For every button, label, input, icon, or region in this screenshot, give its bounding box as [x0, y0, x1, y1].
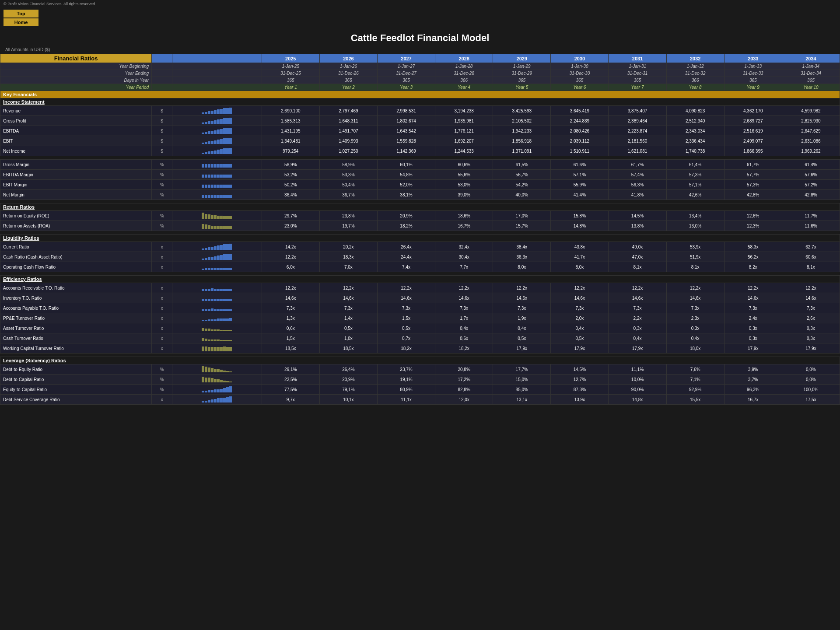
table-row: Cash Ratio (Cash Asset Ratio)x12,2x18,3x…: [0, 252, 840, 262]
table-row: Gross Margin%58,9%58,9%60,1%60,6%61,5%61…: [0, 160, 840, 170]
year-2025-header: 2025: [262, 54, 319, 63]
table-row: EBIT Margin%50,2%50,4%52,0%53,0%54,2%55,…: [0, 180, 840, 190]
sub-header-label: Days in Year: [0, 77, 152, 84]
spacer-row: [0, 200, 840, 203]
table-row: Return on Assets (ROA)%23,0%19,7%18,2%16…: [0, 221, 840, 231]
subsection-row: Return Ratios: [0, 203, 840, 211]
unit-col-header: [152, 54, 172, 63]
year-2030-header: 2030: [551, 54, 609, 63]
table-row: EBIT$1,349.4811,409.9931,559.8281,692.20…: [0, 136, 840, 146]
section-title-header: Financial Ratios: [0, 54, 152, 63]
year-2031-header: 2031: [609, 54, 666, 63]
spacer-row: [0, 354, 840, 357]
table-row: Return on Equity (ROE)%29,7%23,8%20,9%18…: [0, 211, 840, 221]
table-row: Net Income$979.2541,027.2501,142.3691,24…: [0, 146, 840, 156]
table-row: Operating Cash Flow Ratiox6,0x7,0x7,4x7,…: [0, 262, 840, 272]
copyright-bar: © Profit Vision Financial Services. All …: [0, 0, 840, 8]
table-row: Revenue$2,690.1002,797.4692,998.5313,194…: [0, 106, 840, 116]
year-2028-header: 2028: [435, 54, 493, 63]
year-2033-header: 2033: [724, 54, 782, 63]
subsection-row: Efficiency Ratios: [0, 276, 840, 283]
top-button[interactable]: Top: [4, 10, 38, 18]
year-period-row: Year Period Year 1Year 2Year 3Year 4Year…: [0, 84, 840, 91]
nav-bar: Top Home: [0, 8, 840, 28]
table-row: Accounts Payable T.O. Ratiox7,3x7,3x7,3x…: [0, 303, 840, 313]
subsection-row: Income Statement: [0, 98, 840, 106]
spacer-row: [0, 156, 840, 160]
sub-header-label: Year Ending: [0, 70, 152, 77]
year-2027-header: 2027: [377, 54, 435, 63]
year-period-label: Year Period: [0, 84, 152, 91]
table-row: Inventory T.O. Ratiox14,6x14,6x14,6x14,6…: [0, 293, 840, 303]
subsection-row: Liquidity Ratios: [0, 234, 840, 242]
home-button[interactable]: Home: [4, 18, 38, 26]
section-header: Key Financials: [0, 91, 840, 98]
table-row: Cash Turnover Ratiox1,5x1,0x0,7x0,6x0,5x…: [0, 333, 840, 343]
year-2029-header: 2029: [493, 54, 551, 63]
table-row: Debt-to-Capital Ratio%22,5%20,9%19,1%17,…: [0, 374, 840, 385]
spacer-row: [0, 231, 840, 234]
table-row: Debt Service Coverage Ratiox9,7x10,1x11,…: [0, 395, 840, 405]
table-row: Equity-to-Capital Ratio%77,5%79,1%80,9%8…: [0, 385, 840, 395]
column-header-row: Financial Ratios 2025 2026 2027 2028 202…: [0, 54, 840, 63]
table-row: Current Ratiox14,2x20,2x26,4x32,4x38,4x4…: [0, 242, 840, 252]
spacer-row: [0, 272, 840, 276]
table-row: EBITDA Margin%53,2%53,3%54,8%55,6%56,7%5…: [0, 170, 840, 180]
table-row: Debt-to-Equity Ratio%29,1%26,4%23,7%20,8…: [0, 364, 840, 374]
table-row: PP&E Turnover Ratiox1,3x1,4x1,5x1,7x1,9x…: [0, 313, 840, 323]
year-2026-header: 2026: [319, 54, 377, 63]
table-row: Net Margin%36,4%36,7%38,1%39,0%40,0%41,4…: [0, 190, 840, 200]
financial-table: Financial Ratios 2025 2026 2027 2028 202…: [0, 54, 840, 405]
year-2032-header: 2032: [666, 54, 724, 63]
table-row: EBITDA$1,431.1951,491.7071,643.5421,776.…: [0, 126, 840, 136]
table-row: Gross Profit$1,585.3131,648.3111,802.674…: [0, 116, 840, 126]
sub-header-label: Year Beginning: [0, 63, 152, 70]
subsection-row: Leverage (Solvency) Ratios: [0, 357, 840, 364]
currency-note: All Amounts in USD ($): [0, 46, 840, 54]
table-row: Working Capital Turnover Ratiox18,5x18,5…: [0, 343, 840, 354]
year-2034-header: 2034: [782, 54, 840, 63]
sub-header-row: Year Ending 31-Dec-2531-Dec-2631-Dec-273…: [0, 70, 840, 77]
sub-header-row: Year Beginning 1-Jan-251-Jan-261-Jan-271…: [0, 63, 840, 70]
table-row: Accounts Receivable T.O. Ratiox12,2x12,2…: [0, 283, 840, 293]
sub-header-row: Days in Year 365365365366365365365366365…: [0, 77, 840, 84]
chart-col-header: [172, 54, 262, 63]
table-row: Asset Turnover Ratiox0,6x0,5x0,5x0,4x0,4…: [0, 323, 840, 333]
page-title: Cattle Feedlot Financial Model: [0, 28, 840, 46]
